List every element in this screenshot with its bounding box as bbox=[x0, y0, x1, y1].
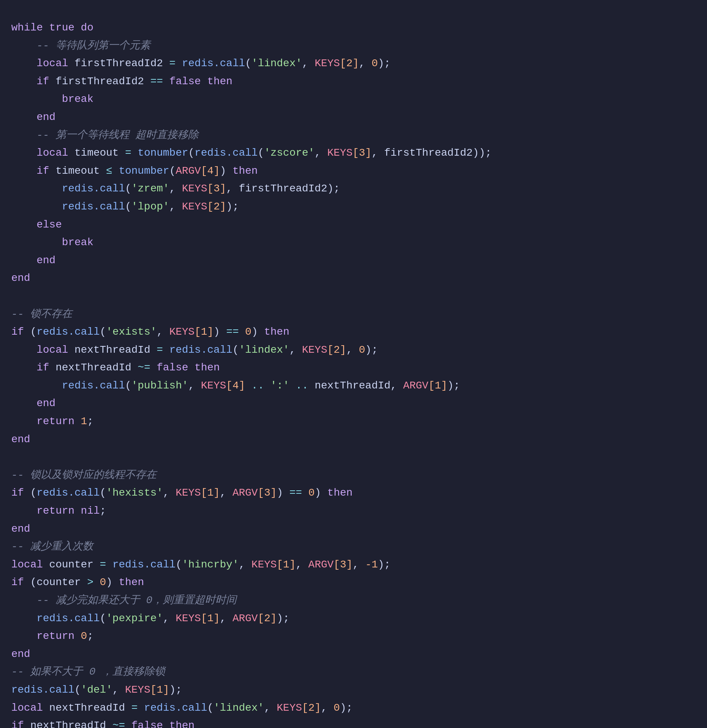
line-comment-3: -- 锁不存在 bbox=[11, 305, 696, 323]
line-else-1: else bbox=[11, 216, 696, 234]
line-return-1: return 1; bbox=[11, 413, 696, 431]
line-if-counter: if (counter > 0) then bbox=[11, 573, 696, 592]
line-comment-1: -- 等待队列第一个元素 bbox=[11, 37, 696, 55]
line-end-6: end bbox=[11, 520, 696, 538]
code-editor: while true do -- 等待队列第一个元素 local firstTh… bbox=[8, 11, 699, 728]
line-end-5: end bbox=[11, 431, 696, 449]
line-redis-del: redis.call('del', KEYS[1]); bbox=[11, 681, 696, 699]
line-blank-1 bbox=[11, 287, 696, 305]
line-break-2: break bbox=[11, 234, 696, 252]
line-if-nextThread-2: if nextThreadId ~= false then bbox=[11, 717, 696, 728]
line-comment-5: -- 减少重入次数 bbox=[11, 538, 696, 556]
line-break-1: break bbox=[11, 90, 696, 108]
line-end-3: end bbox=[11, 269, 696, 287]
line-local-nextThread-1: local nextThreadId = redis.call('lindex'… bbox=[11, 341, 696, 359]
line-if-timeout: if timeout ≤ tonumber(ARGV[4]) then bbox=[11, 162, 696, 180]
line-redis-zrem: redis.call('zrem', KEYS[3], firstThreadI… bbox=[11, 180, 696, 198]
line-comment-6: -- 减少完如果还大于 0，则重置超时时间 bbox=[11, 592, 696, 610]
line-end-2: end bbox=[11, 252, 696, 270]
line-if-exists: if (redis.call('exists', KEYS[1]) == 0) … bbox=[11, 323, 696, 341]
line-comment-7: -- 如果不大于 0 ，直接移除锁 bbox=[11, 663, 696, 681]
line-redis-pexpire: redis.call('pexpire', KEYS[1], ARGV[2]); bbox=[11, 610, 696, 628]
line-redis-publish-1: redis.call('publish', KEYS[4] .. ':' .. … bbox=[11, 377, 696, 395]
line-if-firstThread: if firstThreadId2 == false then bbox=[11, 73, 696, 91]
line-end-1: end bbox=[11, 108, 696, 126]
line-redis-lpop: redis.call('lpop', KEYS[2]); bbox=[11, 198, 696, 216]
line-end-4: end bbox=[11, 394, 696, 413]
line-end-7: end bbox=[11, 645, 696, 663]
line-return-0: return 0; bbox=[11, 627, 696, 645]
line-local-counter: local counter = redis.call('hincrby', KE… bbox=[11, 556, 696, 574]
line-if-nextThread-1: if nextThreadId ~= false then bbox=[11, 359, 696, 377]
line-comment-4: -- 锁以及锁对应的线程不存在 bbox=[11, 466, 696, 484]
line-while: while true do bbox=[11, 19, 696, 37]
line-if-hexists: if (redis.call('hexists', KEYS[1], ARGV[… bbox=[11, 484, 696, 502]
line-blank-2 bbox=[11, 448, 696, 466]
line-local-firstThread: local firstThreadId2 = redis.call('linde… bbox=[11, 55, 696, 73]
line-comment-2: -- 第一个等待线程 超时直接移除 bbox=[11, 126, 696, 144]
line-return-nil: return nil; bbox=[11, 502, 696, 520]
line-local-timeout: local timeout = tonumber(redis.call('zsc… bbox=[11, 144, 696, 162]
line-local-nextThread-2: local nextThreadId = redis.call('lindex'… bbox=[11, 699, 696, 717]
